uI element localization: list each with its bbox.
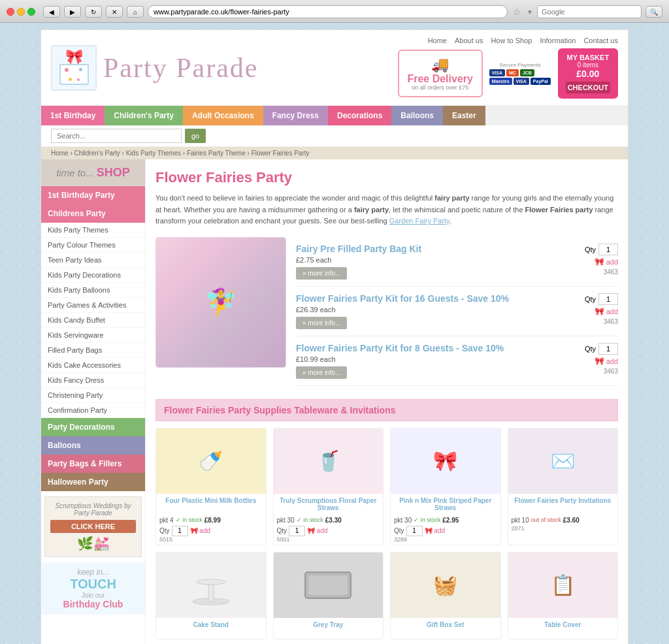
sidebar-section-party-decorations[interactable]: Party Decorations [41,418,145,436]
sidebar-item-kids-fancy-dress[interactable]: Kids Fancy Dress [41,373,145,388]
sidebar-section-balloons[interactable]: Balloons [41,436,145,455]
sidebar-section-1st-birthday[interactable]: 1st Birthday Party [41,186,145,204]
grid-qty-input-1[interactable] [289,526,305,536]
browser-search-input[interactable] [537,5,642,18]
maximize-button[interactable] [27,8,35,16]
cat-fancy-dress[interactable]: Fancy Dress [263,106,328,125]
grid-product-name-r2-3: Table Cover [508,618,618,639]
grid-product-img-2: 🎀 [391,428,500,494]
sidebar-item-kids-candy-buffet[interactable]: Kids Candy Buffet [41,313,145,328]
grid-add-btn-0[interactable]: 🎀 add [190,527,210,534]
basket-items: 0 items [566,61,610,69]
secure-payments-label: Secure Payments [500,62,541,68]
grid-add-btn-2[interactable]: 🎀 add [425,527,445,534]
checkout-label: CHECKOUT [566,82,610,93]
search-input[interactable] [51,129,182,143]
more-info-btn-3[interactable]: » more info... [296,366,347,379]
wedding-banner[interactable]: Scrumptious Weddings by Party Parade CLI… [44,496,142,557]
qty-label-3: Qty [585,345,596,353]
home-button[interactable]: ⌂ [127,6,144,18]
grid-product-meta-3: pkt 10 out of stock £3.60 2871 [508,515,618,534]
fairy-party-bold1: fairy party [434,194,469,202]
grid-product-name-3: Flower Fairies Party Invitations [508,494,618,515]
grid-product-img-1: 🥤 [274,428,383,494]
grid-product-name-1: Truly Scrumptious Floral Paper Straws [274,494,383,515]
grid-product-3: ✉️ Flower Fairies Party Invitations pkt … [508,428,619,545]
sidebar-item-kids-cake-accessories[interactable]: Kids Cake Accessories [41,358,145,373]
sidebar-section-party-bags[interactable]: Party Bags & Fillers [41,455,145,473]
qty-input-3[interactable] [598,343,618,355]
sidebar-item-party-games[interactable]: Party Games & Activities [41,298,145,313]
site-header: 🎀 Party Parade Home [41,30,628,106]
grid-qty-input-0[interactable] [172,526,188,536]
bookmark-icon[interactable]: ☆ [513,7,521,17]
basket-price: £0.00 [566,69,610,79]
tray-svg [302,566,354,605]
back-button[interactable]: ◀ [43,6,60,18]
grid-product-name-r2-0: Cake Stand [156,618,266,639]
sidebar-item-filled-party-bags[interactable]: Filled Party Bags [41,343,145,358]
more-info-btn-1[interactable]: » more info... [296,267,347,280]
page-description: You don't need to believe in fairies to … [155,193,618,227]
sidebar-item-christening-party[interactable]: Christening Party [41,388,145,403]
sidebar-item-kids-party-decorations[interactable]: Kids Party Decorations [41,268,145,283]
sidebar-item-confirmation-party[interactable]: Confirmation Party [41,403,145,418]
garden-fairy-link[interactable]: Garden Fairy Party [389,217,449,225]
search-button[interactable]: go [185,129,206,143]
sidebar-item-kids-party-balloons[interactable]: Kids Party Balloons [41,283,145,298]
gift-box [59,64,89,85]
nav-information[interactable]: Information [540,37,576,44]
wedding-cta-button[interactable]: CLICK HERE [50,520,136,533]
grid-qty-label-0: Qty [159,527,170,534]
bookmark-dropdown[interactable]: ▼ [527,8,533,16]
nav-about[interactable]: About us [455,37,483,44]
sidebar-section-childrens-party[interactable]: Childrens Party [41,204,145,223]
sidebar-item-kids-party-themes[interactable]: Kids Party Themes [41,223,145,238]
minimize-button[interactable] [17,8,25,16]
sidebar-header: time to... SHOP [41,159,145,186]
cat-adult-occasions[interactable]: Adult Occasions [183,106,263,125]
qty-label-2: Qty [585,295,596,303]
cat-childrens-party[interactable]: Children's Party [105,106,183,125]
gift-icon-1: 🎀 [595,257,604,266]
grid-product-img-r2-1 [274,553,383,618]
cat-easter[interactable]: Easter [443,106,485,125]
close-button[interactable] [7,8,14,16]
category-nav: 1st Birthday Children's Party Adult Occa… [41,106,628,125]
sidebar: time to... SHOP 1st Birthday Party Child… [41,159,146,644]
address-bar[interactable] [148,5,508,18]
stop-button[interactable]: ✕ [106,6,123,18]
nav-how-to-shop[interactable]: How to Shop [491,37,532,44]
add-btn-1[interactable]: 🎀 add [595,257,618,266]
browser-search-button[interactable]: 🔍 [645,6,662,18]
cat-1st-birthday[interactable]: 1st Birthday [41,106,105,125]
grid-code-3: 2871 [512,525,615,532]
qty-input-2[interactable] [598,293,618,305]
jcb-logo: JCB [520,69,534,76]
grid-add-btn-1[interactable]: 🎀 add [307,527,327,534]
more-info-btn-2[interactable]: » more info... [296,317,347,329]
cat-balloons[interactable]: Balloons [391,106,443,125]
keep-label: keep in... [46,568,140,577]
product-info-3: Flower Fairies Party Kit for 8 Guests - … [296,343,585,379]
add-label-3: add [606,357,618,365]
basket-button[interactable]: MY BASKET 0 items £0.00 CHECKOUT [558,48,618,99]
cat-decorations[interactable]: Decorations [328,106,391,125]
free-delivery-title: Free Delivery [407,73,474,85]
add-btn-2[interactable]: 🎀 add [595,307,618,316]
sidebar-item-party-colour-themes[interactable]: Party Colour Themes [41,238,145,253]
free-delivery-sub: on all orders over £75 [407,84,474,91]
product-name-1: Fairy Pre Filled Party Bag Kit [296,244,585,254]
grid-qty-input-2[interactable] [406,526,423,536]
sidebar-item-teen-party-ideas[interactable]: Teen Party Ideas [41,253,145,268]
sidebar-item-kids-servingware[interactable]: Kids Servingware [41,328,145,343]
sidebar-section-halloween[interactable]: Halloween Party [41,473,145,491]
forward-button[interactable]: ▶ [64,6,81,18]
refresh-button[interactable]: ↻ [85,6,102,18]
add-btn-3[interactable]: 🎀 add [595,357,618,366]
nav-home[interactable]: Home [428,37,447,44]
nav-contact[interactable]: Contact us [583,37,618,44]
product-item-3: Flower Fairies Party Kit for 8 Guests - … [296,336,618,386]
qty-input-1[interactable] [598,244,618,255]
logo-area: 🎀 Party Parade [51,45,258,91]
